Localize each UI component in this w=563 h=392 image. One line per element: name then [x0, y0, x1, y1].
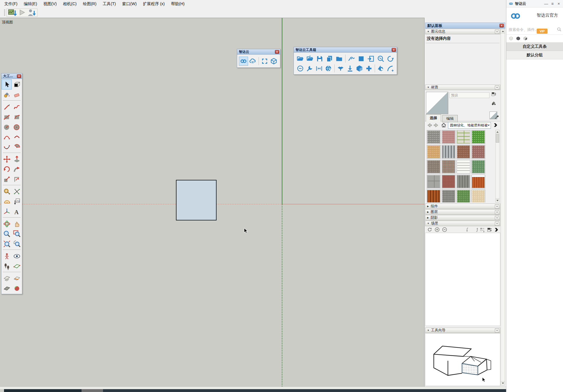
scenes-list-area[interactable]: [425, 233, 500, 326]
tool-protractor[interactable]: [2, 196, 12, 206]
material-swatch-ivy[interactable]: [471, 160, 485, 174]
section-header-2[interactable]: ▶组件×: [425, 204, 500, 209]
search-icon[interactable]: [557, 27, 562, 32]
tool-make-component[interactable]: [12, 79, 22, 89]
tool-zoom-extents[interactable]: [2, 239, 12, 249]
menu-item-7[interactable]: 扩展程序 (x): [140, 0, 168, 8]
eyedropper-icon[interactable]: [494, 114, 499, 120]
tool-arc-plus[interactable]: [386, 64, 395, 73]
tool-frame-select[interactable]: [260, 57, 269, 66]
tool-three-point-arc[interactable]: [2, 142, 12, 152]
view-options-button[interactable]: [480, 227, 485, 232]
menu-item-2[interactable]: 视图(V): [40, 0, 60, 8]
material-swatch-mulch[interactable]: [457, 145, 470, 159]
cube-half-icon[interactable]: [523, 36, 528, 41]
menu-item-0[interactable]: 文件(F): [1, 0, 21, 8]
material-swatch-leaves[interactable]: [457, 190, 470, 202]
tool-display-section-fill[interactable]: [2, 283, 12, 293]
tool-rotate[interactable]: [2, 164, 12, 174]
minimize-icon[interactable]: —: [543, 1, 549, 7]
tool-circle[interactable]: [2, 122, 12, 132]
close-icon[interactable]: x: [392, 48, 396, 52]
run-disabled-button[interactable]: [17, 9, 27, 16]
back-arrow-icon[interactable]: [426, 123, 433, 128]
close-icon[interactable]: x: [17, 74, 21, 78]
home-icon[interactable]: [441, 122, 447, 128]
material-swatch-gravel-gray[interactable]: [427, 130, 441, 144]
create-material-icon[interactable]: [491, 100, 497, 106]
tool-follow-me[interactable]: [12, 164, 22, 174]
tool-offset[interactable]: [12, 174, 22, 184]
material-swatch-brick-red[interactable]: [442, 175, 455, 188]
material-swatch-grass[interactable]: [471, 130, 485, 144]
panel-scrollbar-track[interactable]: [501, 29, 505, 385]
default-panel-titlebar[interactable]: 默认面板 x: [425, 23, 505, 29]
close-icon[interactable]: ×: [495, 30, 499, 34]
move-scene-down-button[interactable]: [466, 227, 471, 232]
material-swatch-fence-gray[interactable]: [442, 145, 455, 159]
customize-toolbar-bar[interactable]: 自定义工具条: [506, 42, 563, 51]
delete-scene-button[interactable]: [442, 227, 447, 232]
tool-section-rotate[interactable]: [12, 283, 22, 293]
search-input[interactable]: [509, 26, 554, 33]
tool-rectangle[interactable]: [2, 112, 12, 122]
default-group-bar[interactable]: 默认分组: [506, 51, 563, 59]
material-swatch-stone-blocks[interactable]: [427, 175, 441, 188]
tool-clean[interactable]: [324, 64, 333, 73]
toolbar-drag-handle[interactable]: [4, 9, 5, 16]
tool-save[interactable]: [315, 54, 325, 63]
menu-item-5[interactable]: 工具(T): [100, 0, 119, 8]
tool-settings[interactable]: [305, 64, 314, 73]
tool-array[interactable]: [364, 64, 374, 73]
close-icon[interactable]: ×: [495, 329, 499, 333]
section-header-3[interactable]: ▶图层×: [425, 209, 500, 215]
tool-dimension[interactable]: [12, 186, 22, 196]
tool-scale[interactable]: [2, 174, 12, 184]
zhida-toolbox-titlebar[interactable]: 智达云工具箱 x: [294, 47, 397, 53]
tool-zoom-previous[interactable]: [12, 239, 22, 249]
tool-open-from-cloud[interactable]: [305, 54, 315, 63]
close-icon[interactable]: ×: [495, 222, 499, 226]
model-library-button[interactable]: [7, 9, 17, 16]
material-swatch-travertine[interactable]: [471, 190, 485, 202]
materials-scroll-up[interactable]: [495, 130, 499, 134]
section-header-1[interactable]: ▼材质×: [425, 85, 500, 90]
material-swatch-pavers-grass[interactable]: [457, 130, 470, 144]
tool-push-pull[interactable]: [12, 154, 22, 164]
tool-cube-tool[interactable]: [269, 57, 278, 66]
tool-folder[interactable]: [334, 54, 344, 63]
tool-solid[interactable]: [355, 64, 364, 73]
tool-pie[interactable]: [12, 142, 22, 152]
tool-walk[interactable]: [2, 261, 12, 271]
large-tool-set-titlebar[interactable]: 大工... x: [1, 73, 22, 79]
tool-line[interactable]: [2, 102, 12, 112]
show-dialog-button[interactable]: [487, 227, 492, 232]
material-swatch-stone-pink[interactable]: [442, 130, 455, 144]
tool-zoom[interactable]: [2, 229, 12, 239]
material-category-dropdown[interactable]: 园林绿化、地被层和植被: [448, 122, 491, 129]
tool-text[interactable]: A1: [12, 196, 22, 206]
refresh-scene-button[interactable]: [427, 227, 433, 232]
material-preview[interactable]: [426, 92, 448, 114]
menu-item-4[interactable]: 绘图(R): [80, 0, 100, 8]
section-header-6[interactable]: ▼工具向导×: [425, 328, 500, 333]
tool-arc[interactable]: [2, 132, 12, 142]
close-icon[interactable]: ×: [556, 1, 562, 7]
section-header-5[interactable]: ▼场景×: [425, 221, 500, 226]
section-header-4[interactable]: ▶阴影×: [425, 215, 500, 220]
add-scene-button[interactable]: [434, 227, 440, 232]
tool-display-section-cuts[interactable]: [12, 273, 22, 283]
close-icon[interactable]: ×: [495, 85, 499, 89]
tool-remove[interactable]: [296, 64, 305, 73]
menu-item-3[interactable]: 相机(C): [60, 0, 80, 8]
tool-paint-bucket[interactable]: [2, 89, 12, 100]
scroll-down-button[interactable]: [501, 381, 505, 385]
menu-item-1[interactable]: 编辑(E): [21, 0, 40, 8]
tool-spline[interactable]: [347, 54, 356, 63]
zhida-toolbar-titlebar[interactable]: 智达云 x: [237, 49, 280, 55]
material-swatch-gravel-dark[interactable]: [442, 190, 455, 202]
cube-outline-icon[interactable]: [509, 36, 514, 41]
tool-open[interactable]: [296, 54, 305, 63]
menu-item-6[interactable]: 窗口(W): [119, 0, 140, 8]
details-arrow-icon[interactable]: [493, 122, 498, 128]
